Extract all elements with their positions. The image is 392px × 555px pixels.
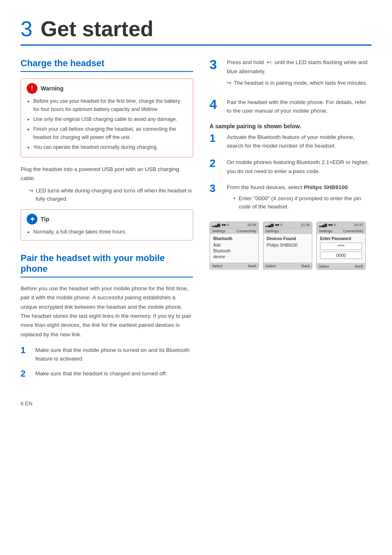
phone-section-title: Devices Found [267,236,309,241]
step-number: 2 [21,369,30,378]
phone-footer: Select Back [263,263,312,269]
list-item: Normally, a full charge takes three hour… [33,228,187,236]
phone-status-bar: ▂▄▆ ■■ 0 10:36 [263,222,312,228]
list-item: You can operate the headset normally dur… [33,143,187,151]
list-item: Use only the original USB charging cable… [33,115,187,123]
tip-list: Normally, a full charge takes three hour… [27,228,187,236]
phone-status-bar: ▂▄▆ ■■ 0 10:37 [317,222,365,228]
right-step-3: 3 Press and hold ↩. until the LED starts… [210,58,371,90]
phone-mockup-3: ▂▄▆ ■■ 0 10:37 Settings Connectivity Ent… [316,222,366,270]
step-arrow: ↪ The headset is in pairing mode, which … [227,79,371,87]
pair-step-1: 1 Make sure that the mobile phone is tur… [21,346,193,363]
time-display: 10:37 [354,223,363,227]
charge-section: Charge the headset ! Warning Before you … [21,58,193,240]
nav-left: Settings [212,229,226,233]
step-text-before: Press and hold [227,59,264,65]
sample-step-3: 3 From the found devices, select Philips… [210,183,371,213]
signal-icon: ▂▄▆ ■■ 0 [265,223,282,227]
page-footer: 6 EN [21,400,371,407]
phone-body-text: Philips SHB9100 [267,243,309,248]
phone-mockup-2: ▂▄▆ ■■ 0 10:36 Settings Devices Found Ph… [263,222,312,270]
step-text: On mobile phones featuring Bluetooth 2.1… [227,158,371,176]
arrow-text: The headset is in pairing mode, which la… [234,79,367,87]
nav-right: Connectivity [343,229,363,233]
pin-bullet-text: Enter "0000" (4 zeros) if prompted to en… [239,194,371,211]
tip-label: Tip [41,216,49,222]
phone-body: Devices Found Philips SHB9100 [263,234,312,263]
nav-left: Settings [319,229,332,233]
phone-body: Enter Password **** 0000 [317,234,365,263]
step-text: Pair the headset with the mobile phone. … [227,99,366,114]
phone-mockup-1: ▂▄▆ ■■ 0 10:35 Settings Connectivity Blu… [210,222,259,270]
signal-icon: ▂▄▆ ■■ 0 [212,223,229,227]
phone-nav-bar: Settings Connectivity [317,228,365,234]
phone-password-title: Enter Password [320,236,362,241]
step-text-before: From the found devices, select [227,184,302,190]
charge-arrow-text: LED turns white during charging and turn… [36,187,193,203]
step-text-after: . [348,184,349,190]
pair-section: Pair the headset with your mobile phone … [21,253,193,378]
time-display: 10:35 [247,223,256,227]
footer-right: Back [355,264,363,268]
page-title: Get started [41,17,154,41]
phone-footer: Select Back [317,263,365,269]
footer-left: Select [319,264,329,268]
phone-masked-input: **** [320,243,362,250]
step-bold-text: Philips SHB9100 [304,184,348,190]
pair-step-2: 2 Make sure that the headset is charged … [21,369,193,378]
signal-icon: ▂▄▆ ■■ 0 [319,223,336,227]
right-step-4: 4 Pair the headset with the mobile phone… [210,98,371,116]
phone-section-title: Bluetooth [213,236,255,241]
pair-intro-text: Before you use the headset with your mob… [21,284,193,339]
phone-nav-bar: Settings [263,228,312,234]
right-column: 3 Press and hold ↩. until the LED starts… [210,58,371,384]
tip-icon: ✦ [27,214,37,224]
sample-step-2: 2 On mobile phones featuring Bluetooth 2… [210,158,371,176]
list-item: Before you use your headset for the firs… [33,97,187,113]
step-number: 1 [210,133,221,143]
time-display: 10:36 [300,223,310,227]
sample-step-1: 1 Activate the Bluetooth feature of your… [210,133,371,150]
step-number: 4 [210,98,221,111]
step-number: 1 [21,346,30,355]
phone-mockups: ▂▄▆ ■■ 0 10:35 Settings Connectivity Blu… [210,222,371,270]
charge-section-title: Charge the headset [21,58,193,72]
warning-label: Warning [41,85,63,92]
phone-nav-bar: Settings Connectivity [210,228,258,234]
step-text: Make sure that the mobile phone is turne… [35,346,193,363]
footer-left: Select [265,264,276,268]
list-item: Finish your call before charging the hea… [33,125,187,141]
warning-icon: ! [27,83,37,94]
footer-left: Select [212,264,222,268]
tip-box: ✦ Tip Normally, a full charge takes thre… [21,209,193,240]
step-text: Activate the Bluetooth feature of your m… [227,133,371,150]
phone-body-text: AddBluetoothdevice [213,243,255,260]
arrow-symbol: ↪ [227,79,231,87]
footer-right: Back [248,264,256,268]
phone-code-input: 0000 [320,252,362,259]
pair-section-title: Pair the headset with your mobile phone [21,253,193,278]
charge-arrow-item: ↪ LED turns white during charging and tu… [29,187,193,203]
bullet-symbol: • [233,194,235,211]
chapter-number: 3 [21,17,32,41]
button-icon: ↩. [266,59,272,65]
phone-footer: Select Back [210,263,258,269]
nav-right: Connectivity [236,229,256,233]
step-number: 2 [210,158,221,169]
nav-left: Settings [265,229,279,233]
step-number: 3 [210,183,221,194]
step-text: Make sure that the headset is charged an… [35,369,167,378]
warning-list: Before you use your headset for the firs… [27,97,187,151]
pin-bullet: • Enter "0000" (4 zeros) if prompted to … [233,194,371,211]
warning-box: ! Warning Before you use your headset fo… [21,79,193,157]
charge-body-text: Plug the headset into a powered USB port… [21,165,193,183]
step-number: 3 [210,58,221,71]
phone-status-bar: ▂▄▆ ■■ 0 10:35 [210,222,258,228]
arrow-symbol: ↪ [29,187,33,203]
phone-body: Bluetooth AddBluetoothdevice [210,234,258,263]
sample-heading: A sample pairing is shown below. [210,123,371,130]
footer-right: Back [302,264,310,268]
